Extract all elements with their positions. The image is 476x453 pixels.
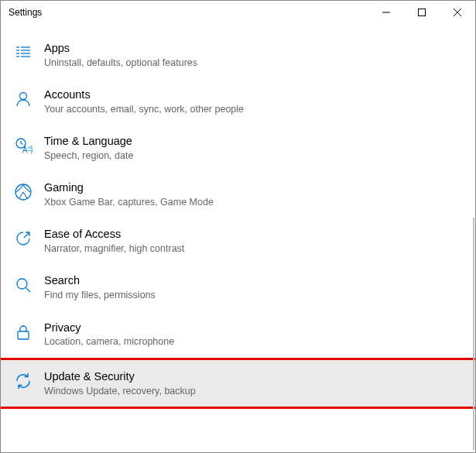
item-title: Gaming (44, 180, 463, 195)
item-text: Accounts Your accounts, email, sync, wor… (44, 88, 463, 115)
item-text: Search Find my files, permissions (44, 273, 463, 301)
svg-point-12 (20, 93, 27, 100)
item-desc: Your accounts, email, sync, work, other … (44, 103, 463, 115)
item-title: Ease of Access (44, 227, 463, 242)
item-desc: Uninstall, defaults, optional features (44, 57, 463, 69)
privacy-icon (13, 322, 33, 342)
item-desc: Windows Update, recovery, backup (44, 385, 463, 397)
item-title: Search (44, 273, 463, 288)
item-title: Update & Security (44, 369, 463, 384)
settings-item-update-security[interactable]: Update & Security Windows Update, recove… (1, 358, 475, 409)
item-desc: Xbox Game Bar, captures, Game Mode (44, 196, 463, 208)
apps-icon (13, 43, 33, 63)
item-desc: Narrator, magnifier, high contrast (44, 242, 463, 255)
gaming-icon (13, 182, 33, 202)
item-title: Accounts (44, 88, 463, 102)
item-title: Privacy (44, 321, 463, 335)
svg-rect-1 (419, 9, 426, 16)
update-security-icon (13, 371, 33, 391)
accounts-icon (13, 89, 33, 109)
close-button[interactable] (440, 1, 475, 24)
item-text: Gaming Xbox Game Bar, captures, Game Mod… (44, 180, 463, 208)
search-icon (13, 275, 33, 295)
time-language-icon: A字 (13, 136, 33, 156)
item-desc: Location, camera, microphone (44, 335, 463, 348)
item-text: Apps Uninstall, defaults, optional featu… (44, 41, 463, 69)
item-text: Privacy Location, camera, microphone (44, 321, 463, 348)
svg-point-18 (17, 279, 27, 289)
window-controls (368, 1, 475, 24)
item-text: Ease of Access Narrator, magnifier, high… (44, 227, 463, 255)
svg-rect-20 (18, 331, 29, 339)
settings-item-ease-of-access[interactable]: Ease of Access Narrator, magnifier, high… (1, 218, 475, 264)
item-text: Time & Language Speech, region, date (44, 134, 463, 162)
settings-item-privacy[interactable]: Privacy Location, camera, microphone (1, 311, 475, 358)
item-text: Update & Security Windows Update, recove… (44, 369, 463, 397)
item-title: Time & Language (44, 134, 463, 149)
titlebar: Settings (1, 1, 475, 24)
settings-list: Apps Uninstall, defaults, optional featu… (1, 24, 475, 452)
item-desc: Speech, region, date (44, 149, 463, 162)
scrollbar[interactable] (473, 218, 474, 450)
maximize-button[interactable] (404, 1, 440, 24)
ease-of-access-icon (13, 228, 33, 249)
settings-item-accounts[interactable]: Accounts Your accounts, email, sync, wor… (1, 78, 475, 125)
svg-text:A字: A字 (22, 146, 33, 154)
minimize-button[interactable] (368, 1, 404, 24)
settings-item-time-language[interactable]: A字 Time & Language Speech, region, date (1, 125, 475, 171)
svg-line-19 (26, 288, 31, 293)
window-title: Settings (9, 7, 368, 18)
settings-item-gaming[interactable]: Gaming Xbox Game Bar, captures, Game Mod… (1, 171, 475, 218)
settings-item-apps[interactable]: Apps Uninstall, defaults, optional featu… (1, 32, 475, 78)
item-desc: Find my files, permissions (44, 289, 463, 301)
item-title: Apps (44, 41, 463, 56)
settings-item-search[interactable]: Search Find my files, permissions (1, 264, 475, 311)
svg-line-15 (21, 143, 23, 145)
